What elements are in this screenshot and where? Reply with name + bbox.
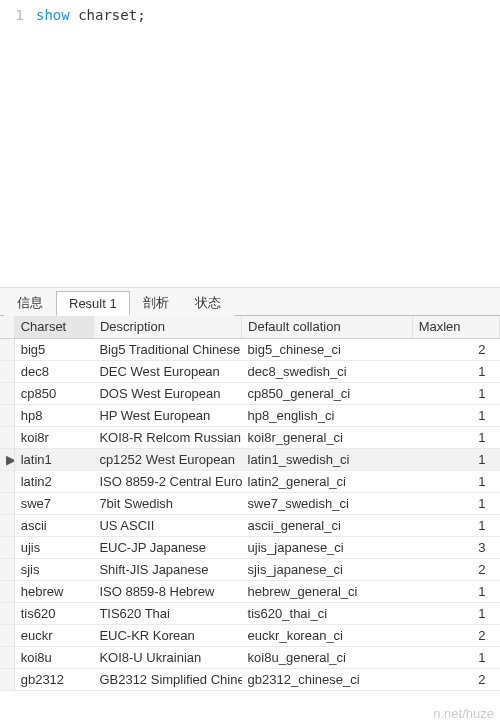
table-row[interactable]: sjisShift-JIS Japanesesjis_japanese_ci2 — [0, 558, 500, 580]
cell-charset: tis620 — [14, 602, 93, 624]
cell-maxlen: 1 — [412, 492, 499, 514]
cell-collation: koi8u_general_ci — [242, 646, 413, 668]
row-marker — [0, 360, 14, 382]
cell-charset: gb2312 — [14, 668, 93, 690]
cell-description: DEC West European — [93, 360, 241, 382]
sql-text: charset; — [70, 7, 146, 23]
cell-charset: euckr — [14, 624, 93, 646]
table-row[interactable]: euckrEUC-KR Koreaneuckr_korean_ci2 — [0, 624, 500, 646]
cell-maxlen: 3 — [412, 536, 499, 558]
table-row[interactable]: cp850DOS West Europeancp850_general_ci1 — [0, 382, 500, 404]
header-row: Charset Description Default collation Ma… — [0, 316, 500, 338]
header-marker — [0, 316, 14, 338]
table-row[interactable]: hp8HP West Europeanhp8_english_ci1 — [0, 404, 500, 426]
row-marker — [0, 470, 14, 492]
cell-description: EUC-JP Japanese — [93, 536, 241, 558]
row-marker — [0, 492, 14, 514]
cell-charset: cp850 — [14, 382, 93, 404]
table-row[interactable]: asciiUS ASCIIascii_general_ci1 — [0, 514, 500, 536]
cell-charset: dec8 — [14, 360, 93, 382]
table-row[interactable]: dec8DEC West Europeandec8_swedish_ci1 — [0, 360, 500, 382]
sql-keyword: show — [36, 7, 70, 23]
editor-code: show charset; — [36, 4, 146, 26]
cell-charset: sjis — [14, 558, 93, 580]
cell-collation: ascii_general_ci — [242, 514, 413, 536]
cell-description: US ASCII — [93, 514, 241, 536]
tab-状态[interactable]: 状态 — [182, 289, 234, 316]
cell-description: ISO 8859-2 Central European — [93, 470, 241, 492]
cell-collation: hebrew_general_ci — [242, 580, 413, 602]
row-marker — [0, 514, 14, 536]
cell-description: Big5 Traditional Chinese — [93, 338, 241, 360]
cell-maxlen: 2 — [412, 338, 499, 360]
col-description[interactable]: Description — [93, 316, 241, 338]
sql-editor[interactable]: 1 show charset; — [0, 0, 500, 288]
cell-collation: ujis_japanese_ci — [242, 536, 413, 558]
result-tabbar: 信息Result 1剖析状态 — [0, 288, 500, 316]
row-marker — [0, 338, 14, 360]
cell-collation: dec8_swedish_ci — [242, 360, 413, 382]
col-collation[interactable]: Default collation — [242, 316, 413, 338]
col-maxlen[interactable]: Maxlen — [412, 316, 499, 338]
cell-maxlen: 1 — [412, 646, 499, 668]
editor-line: 1 show charset; — [0, 4, 500, 26]
cell-maxlen: 1 — [412, 382, 499, 404]
col-charset[interactable]: Charset — [14, 316, 93, 338]
cell-description: HP West European — [93, 404, 241, 426]
cell-collation: latin2_general_ci — [242, 470, 413, 492]
tab-剖析[interactable]: 剖析 — [130, 289, 182, 316]
table-row[interactable]: ujisEUC-JP Japaneseujis_japanese_ci3 — [0, 536, 500, 558]
cell-collation: euckr_korean_ci — [242, 624, 413, 646]
cell-collation: big5_chinese_ci — [242, 338, 413, 360]
row-marker: ▶ — [0, 448, 14, 470]
cell-description: DOS West European — [93, 382, 241, 404]
cell-collation: hp8_english_ci — [242, 404, 413, 426]
cell-charset: hebrew — [14, 580, 93, 602]
cell-collation: latin1_swedish_ci — [242, 448, 413, 470]
cell-maxlen: 1 — [412, 404, 499, 426]
cell-collation: koi8r_general_ci — [242, 426, 413, 448]
cell-collation: gb2312_chinese_ci — [242, 668, 413, 690]
table-row[interactable]: tis620TIS620 Thaitis620_thai_ci1 — [0, 602, 500, 624]
cell-maxlen: 2 — [412, 558, 499, 580]
cell-description: Shift-JIS Japanese — [93, 558, 241, 580]
cell-charset: ujis — [14, 536, 93, 558]
tab-信息[interactable]: 信息 — [4, 289, 56, 316]
cell-collation: sjis_japanese_ci — [242, 558, 413, 580]
table-row[interactable]: ▶latin1cp1252 West Europeanlatin1_swedis… — [0, 448, 500, 470]
table-row[interactable]: gb2312GB2312 Simplified Chinesegb2312_ch… — [0, 668, 500, 690]
cell-charset: big5 — [14, 338, 93, 360]
cell-charset: latin1 — [14, 448, 93, 470]
row-marker — [0, 602, 14, 624]
cell-description: 7bit Swedish — [93, 492, 241, 514]
cell-maxlen: 1 — [412, 580, 499, 602]
line-number: 1 — [0, 4, 36, 26]
table-row[interactable]: koi8rKOI8-R Relcom Russiankoi8r_general_… — [0, 426, 500, 448]
cell-maxlen: 1 — [412, 602, 499, 624]
tab-result-1[interactable]: Result 1 — [56, 291, 130, 316]
cell-description: EUC-KR Korean — [93, 624, 241, 646]
cell-maxlen: 2 — [412, 668, 499, 690]
row-marker — [0, 558, 14, 580]
table-row[interactable]: koi8uKOI8-U Ukrainiankoi8u_general_ci1 — [0, 646, 500, 668]
table-row[interactable]: latin2ISO 8859-2 Central Europeanlatin2_… — [0, 470, 500, 492]
result-grid[interactable]: Charset Description Default collation Ma… — [0, 316, 500, 691]
cell-charset: koi8u — [14, 646, 93, 668]
cell-maxlen: 1 — [412, 448, 499, 470]
cell-maxlen: 1 — [412, 360, 499, 382]
row-marker — [0, 580, 14, 602]
table-row[interactable]: hebrewISO 8859-8 Hebrewhebrew_general_ci… — [0, 580, 500, 602]
cell-maxlen: 2 — [412, 624, 499, 646]
cell-description: cp1252 West European — [93, 448, 241, 470]
row-marker — [0, 646, 14, 668]
row-marker — [0, 426, 14, 448]
table-row[interactable]: swe77bit Swedishswe7_swedish_ci1 — [0, 492, 500, 514]
row-marker — [0, 536, 14, 558]
table-row[interactable]: big5Big5 Traditional Chinesebig5_chinese… — [0, 338, 500, 360]
cell-maxlen: 1 — [412, 470, 499, 492]
cell-description: ISO 8859-8 Hebrew — [93, 580, 241, 602]
cell-description: GB2312 Simplified Chinese — [93, 668, 241, 690]
row-marker — [0, 624, 14, 646]
cell-charset: latin2 — [14, 470, 93, 492]
row-marker — [0, 668, 14, 690]
